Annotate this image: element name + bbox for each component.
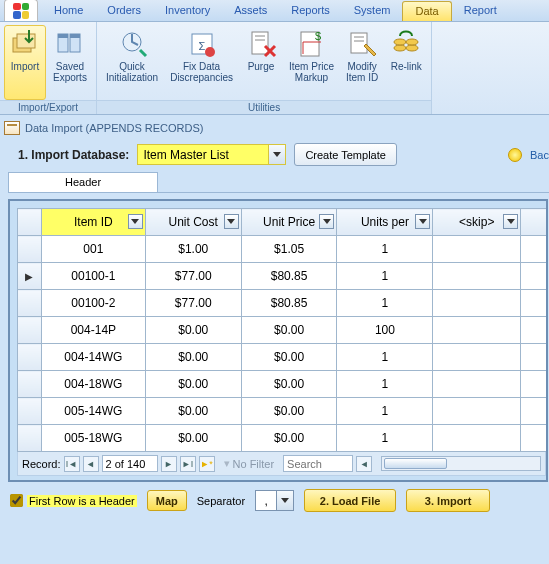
separator-combo[interactable] (255, 490, 294, 511)
first-row-header-checkbox[interactable]: First Row is a Header (10, 494, 137, 507)
ribbon-quick-init-button[interactable]: QuickInitialization (101, 25, 163, 100)
cell[interactable]: 100 (337, 317, 433, 344)
row-selector[interactable] (18, 344, 42, 371)
cell[interactable]: 001 (41, 236, 145, 263)
load-file-button[interactable]: 2. Load File (304, 489, 396, 512)
row-selector[interactable] (18, 290, 42, 317)
cell[interactable]: 004-14WG (41, 344, 145, 371)
cell[interactable] (521, 290, 548, 317)
back-link[interactable]: Bac (530, 149, 549, 161)
cell[interactable]: $0.00 (241, 425, 337, 452)
row-selector[interactable] (18, 236, 42, 263)
ribbon-purge-button[interactable]: Purge (240, 25, 282, 100)
row-selector[interactable] (18, 425, 42, 452)
column-dropdown-icon[interactable] (224, 214, 239, 229)
cell[interactable]: $0.00 (145, 371, 241, 398)
ribbon-item-price-markup-button[interactable]: $Item PriceMarkup (284, 25, 339, 100)
menu-tab-orders[interactable]: Orders (95, 1, 153, 21)
nav-prev-button[interactable]: ◄ (83, 456, 99, 472)
cell[interactable]: 00100-1 (41, 263, 145, 290)
table-row[interactable]: 005-18WG$0.00$0.001 (18, 425, 549, 452)
column-header[interactable]: Unit Cost (145, 209, 241, 236)
cell[interactable]: 005-18WG (41, 425, 145, 452)
cell[interactable]: $0.00 (241, 398, 337, 425)
column-dropdown-icon[interactable] (319, 214, 334, 229)
cell[interactable]: $0.00 (145, 398, 241, 425)
menu-tab-system[interactable]: System (342, 1, 403, 21)
cell[interactable]: $0.00 (145, 425, 241, 452)
cell[interactable] (521, 317, 548, 344)
cell[interactable] (433, 263, 521, 290)
menu-tab-data[interactable]: Data (402, 1, 451, 21)
table-row[interactable]: 004-18WG$0.00$0.001 (18, 371, 549, 398)
column-dropdown-icon[interactable] (503, 214, 518, 229)
row-selector[interactable] (18, 371, 42, 398)
nav-next-button[interactable]: ► (161, 456, 177, 472)
separator-input[interactable] (255, 490, 277, 511)
cell[interactable]: $0.00 (145, 317, 241, 344)
cell[interactable] (433, 425, 521, 452)
cell[interactable]: 004-14P (41, 317, 145, 344)
menu-tab-report[interactable]: Report (452, 1, 509, 21)
cell[interactable]: 1 (337, 425, 433, 452)
h-scrollbar[interactable] (381, 456, 541, 471)
table-row[interactable]: 005-14WG$0.00$0.001 (18, 398, 549, 425)
row-selector[interactable] (18, 317, 42, 344)
cell[interactable] (521, 263, 548, 290)
ribbon-relink-button[interactable]: Re-link (385, 25, 427, 100)
cell[interactable]: $80.85 (241, 290, 337, 317)
nav-last-button[interactable]: ►I (180, 456, 196, 472)
nav-search-input[interactable] (283, 455, 353, 472)
cell[interactable] (433, 344, 521, 371)
cell[interactable]: $77.00 (145, 290, 241, 317)
ribbon-modify-item-id-button[interactable]: ModifyItem ID (341, 25, 383, 100)
import-db-input[interactable] (137, 144, 269, 165)
scroll-left-button[interactable]: ◄ (356, 456, 372, 472)
column-header[interactable]: Units per (337, 209, 433, 236)
cell[interactable]: 1 (337, 290, 433, 317)
cell[interactable] (433, 398, 521, 425)
table-row[interactable]: 004-14P$0.00$0.00100 (18, 317, 549, 344)
column-dropdown-icon[interactable] (128, 214, 143, 229)
menu-tab-home[interactable]: Home (42, 1, 95, 21)
cell[interactable] (521, 371, 548, 398)
cell[interactable] (433, 236, 521, 263)
cell[interactable]: $0.00 (241, 371, 337, 398)
cell[interactable] (433, 371, 521, 398)
column-header[interactable]: <skip> (433, 209, 521, 236)
cell[interactable]: 1 (337, 236, 433, 263)
cell[interactable]: 1 (337, 371, 433, 398)
data-grid[interactable]: Item IDUnit CostUnit PriceUnits per<skip… (17, 208, 548, 452)
cell[interactable] (433, 317, 521, 344)
table-row[interactable]: 001$1.00$1.051 (18, 236, 549, 263)
cell[interactable] (521, 236, 548, 263)
cell[interactable] (433, 290, 521, 317)
cell[interactable]: 004-18WG (41, 371, 145, 398)
separator-dropdown-icon[interactable] (277, 490, 294, 511)
cell[interactable]: 00100-2 (41, 290, 145, 317)
column-header[interactable]: Item ID (41, 209, 145, 236)
row-selector-header[interactable] (18, 209, 42, 236)
ribbon-fix-discrep-button[interactable]: ΣFix DataDiscrepancies (165, 25, 238, 100)
cell[interactable] (521, 425, 548, 452)
cell[interactable]: $0.00 (241, 317, 337, 344)
cell[interactable] (521, 398, 548, 425)
import-db-dropdown-icon[interactable] (269, 144, 286, 165)
table-row[interactable]: ▶00100-1$77.00$80.851 (18, 263, 549, 290)
nav-position-input[interactable] (102, 455, 158, 472)
cell[interactable]: 1 (337, 344, 433, 371)
menu-tab-inventory[interactable]: Inventory (153, 1, 222, 21)
create-template-button[interactable]: Create Template (294, 143, 397, 166)
table-row[interactable]: 004-14WG$0.00$0.001 (18, 344, 549, 371)
table-row[interactable]: 00100-2$77.00$80.851 (18, 290, 549, 317)
import-db-combo[interactable] (137, 144, 286, 165)
cell[interactable]: $1.00 (145, 236, 241, 263)
import-button[interactable]: 3. Import (406, 489, 490, 512)
cell[interactable]: 1 (337, 398, 433, 425)
tab-header[interactable]: Header (8, 172, 158, 192)
cell[interactable]: $0.00 (241, 344, 337, 371)
cell[interactable]: $80.85 (241, 263, 337, 290)
cell[interactable] (521, 344, 548, 371)
column-header[interactable]: <skip> (521, 209, 548, 236)
cell[interactable]: $77.00 (145, 263, 241, 290)
